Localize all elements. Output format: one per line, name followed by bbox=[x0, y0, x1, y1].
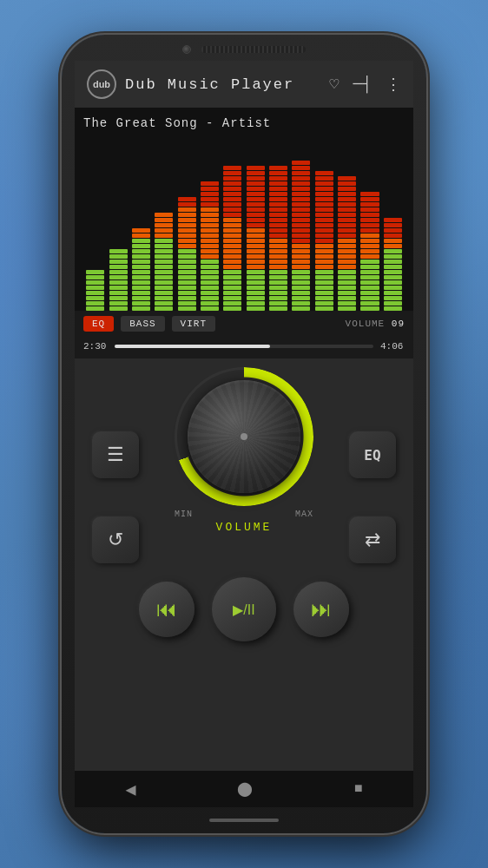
heart-icon[interactable]: ♡ bbox=[330, 75, 340, 94]
eq-bar bbox=[154, 137, 174, 311]
screen: dub Dub Music Player ♡ ─┤ ⋮ The Great So… bbox=[75, 61, 413, 807]
eq-bar bbox=[246, 137, 266, 311]
app-header: dub Dub Music Player ♡ ─┤ ⋮ bbox=[75, 61, 413, 108]
play-pause-button[interactable]: ▶/II bbox=[212, 577, 276, 641]
phone-top bbox=[62, 35, 426, 61]
volume-knob-container: MIN MAX VOLUME bbox=[175, 367, 313, 534]
song-title: The Great Song - Artist bbox=[83, 116, 405, 130]
eq-visualizer bbox=[83, 137, 405, 311]
progress-section: 2:30 4:06 bbox=[75, 337, 413, 358]
next-button[interactable]: ⏭ bbox=[293, 582, 349, 637]
controls-row-top: ☰ MIN MAX VOLUME EQ bbox=[92, 376, 396, 534]
virt-button[interactable]: VIRT bbox=[172, 316, 215, 332]
volume-label: VOLUME 09 bbox=[346, 319, 405, 329]
menu-icon[interactable]: ⋮ bbox=[386, 75, 401, 94]
volume-knob[interactable] bbox=[188, 380, 300, 493]
eq-button[interactable]: EQ bbox=[83, 316, 114, 332]
visualizer-section: The Great Song - Artist bbox=[75, 108, 413, 311]
play-pause-icon: ▶/II bbox=[233, 602, 254, 618]
eq-bar bbox=[131, 137, 151, 311]
player-controls: ☰ MIN MAX VOLUME EQ bbox=[75, 358, 413, 771]
home-button[interactable]: ⬤ bbox=[220, 773, 270, 805]
eq-bar bbox=[108, 137, 128, 311]
playback-row: ⏮ ▶/II ⏭ bbox=[139, 577, 349, 641]
max-label: MAX bbox=[295, 510, 313, 519]
eq-controls-bar: EQ BASS VIRT VOLUME 09 bbox=[75, 311, 413, 337]
eq-bar bbox=[176, 137, 196, 311]
eq-bar bbox=[337, 137, 357, 311]
shuffle-button[interactable]: ⇄ bbox=[349, 516, 396, 563]
time-total: 4:06 bbox=[380, 341, 405, 352]
eq-bar bbox=[222, 137, 242, 311]
next-icon: ⏭ bbox=[311, 597, 332, 621]
phone-bottom bbox=[62, 807, 426, 833]
repeat-button[interactable]: ↺ bbox=[92, 516, 139, 563]
prev-button[interactable]: ⏮ bbox=[139, 582, 195, 637]
eq-panel-button[interactable]: EQ bbox=[349, 431, 396, 478]
prev-icon: ⏮ bbox=[156, 597, 177, 621]
time-current: 2:30 bbox=[83, 341, 108, 352]
eq-bar bbox=[359, 137, 379, 311]
playlist-icon: ☰ bbox=[107, 444, 124, 466]
front-camera bbox=[182, 45, 191, 54]
progress-fill bbox=[115, 345, 270, 348]
bottom-nav: ◀ ⬤ ■ bbox=[75, 771, 413, 807]
app-logo: dub bbox=[87, 69, 116, 99]
playlist-button[interactable]: ☰ bbox=[92, 431, 139, 478]
eq-bar bbox=[314, 137, 334, 311]
bass-button[interactable]: BASS bbox=[121, 316, 164, 332]
knob-center bbox=[241, 433, 247, 440]
knob-labels: MIN MAX bbox=[175, 510, 313, 519]
app-title: Dub Music Player bbox=[125, 76, 321, 93]
equalizer-icon[interactable]: ─┤ bbox=[353, 76, 372, 93]
eq-bar bbox=[200, 137, 220, 311]
eq-panel-icon: EQ bbox=[364, 447, 380, 464]
progress-bar[interactable] bbox=[115, 345, 373, 348]
eq-bar bbox=[268, 137, 288, 311]
shuffle-icon: ⇄ bbox=[365, 529, 380, 551]
eq-bar bbox=[291, 137, 311, 311]
min-label: MIN bbox=[175, 510, 193, 519]
volume-knob-label: VOLUME bbox=[216, 521, 273, 534]
eq-bar bbox=[85, 137, 105, 311]
recent-button[interactable]: ■ bbox=[337, 774, 380, 804]
repeat-icon: ↺ bbox=[108, 529, 123, 551]
eq-bar bbox=[383, 137, 403, 311]
speaker-grille bbox=[201, 46, 306, 53]
header-icons: ♡ ─┤ ⋮ bbox=[330, 75, 401, 94]
home-indicator bbox=[209, 819, 279, 822]
knob-ring bbox=[175, 367, 313, 506]
back-button[interactable]: ◀ bbox=[108, 772, 153, 807]
phone-device: dub Dub Music Player ♡ ─┤ ⋮ The Great So… bbox=[62, 35, 426, 833]
